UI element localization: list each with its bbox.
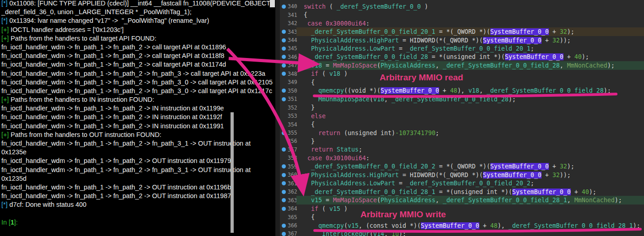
breakpoint-cell[interactable] [280, 207, 288, 211]
console-scrollbar-thumb[interactable] [270, 0, 275, 7]
gutter[interactable]: 344 [275, 36, 296, 44]
code-line[interactable]: 355 return (unsigned int)-1073741790; [275, 129, 644, 137]
code-line[interactable]: 341 { [275, 10, 644, 19]
code-line[interactable]: 350 qmemcpy((void *)(SystemBuffer_0_0 + … [275, 87, 644, 95]
code-line[interactable]: 340 switch ( _deref_SystemBuffer_0_0 ) [275, 2, 644, 10]
breakpoint-cell[interactable] [280, 164, 288, 168]
gutter[interactable]: 358 [275, 154, 296, 162]
breakpoint-cell[interactable] [280, 232, 288, 236]
breakpoint-dot-icon[interactable] [282, 232, 286, 236]
gutter[interactable]: 360 [275, 171, 296, 179]
code-line[interactable]: 361 PhysicalAddress.LowPart = _deref_Sys… [275, 179, 644, 188]
gutter[interactable]: 363 [275, 196, 296, 204]
breakpoint-cell[interactable] [280, 47, 288, 51]
gutter[interactable]: 350 [275, 87, 296, 95]
code-line[interactable]: 358 case 0x30100ui64: [275, 154, 644, 162]
gutter[interactable]: 345 [275, 44, 296, 52]
breakpoint-cell[interactable] [280, 63, 288, 68]
gutter[interactable]: 352 [275, 103, 296, 111]
gutter[interactable]: 367 [275, 230, 296, 236]
breakpoint-cell[interactable] [280, 97, 288, 101]
breakpoint-dot-icon[interactable] [282, 131, 286, 135]
code-line[interactable]: 347 v18 = MmMapIoSpace(PhysicalAddress, … [275, 61, 644, 69]
code-line[interactable]: 365 { [275, 213, 644, 221]
gutter[interactable]: 365 [275, 213, 296, 221]
gutter[interactable]: 349 [275, 78, 296, 86]
code-token: _deref_SystemBuffer_0_0_field_28 [443, 62, 560, 69]
gutter[interactable]: 347 [275, 61, 296, 69]
code-line[interactable]: 363 v15 = MmMapIoSpace(PhysicalAddress, … [275, 196, 644, 204]
breakpoint-cell[interactable] [280, 38, 288, 42]
breakpoint-cell[interactable] [280, 173, 288, 177]
code-line[interactable]: 364 if ( v15 ) [275, 205, 644, 213]
gutter[interactable]: 353 [275, 112, 296, 120]
gutter[interactable]: 340 [275, 2, 296, 10]
breakpoint-cell[interactable] [280, 72, 288, 76]
code-line[interactable]: 344 PhysicalAddress.HighPart = HIDWORD(*… [275, 36, 644, 44]
gutter[interactable]: 357 [275, 146, 296, 154]
code-line[interactable]: 351 MmUnmapIoSpace(v18, _deref_SystemBuf… [275, 95, 644, 103]
code-line[interactable]: 353 else [275, 112, 644, 120]
gutter[interactable]: 361 [275, 179, 296, 188]
breakpoint-dot-icon[interactable] [282, 224, 286, 228]
gutter[interactable]: 364 [275, 205, 296, 213]
gutter[interactable]: 343 [275, 27, 296, 36]
breakpoint-dot-icon[interactable] [282, 72, 286, 76]
breakpoint-dot-icon[interactable] [282, 89, 286, 93]
breakpoint-cell[interactable] [280, 89, 288, 93]
breakpoint-cell[interactable] [280, 131, 288, 135]
code-line[interactable]: 362 _deref_SystemBuffer_0_0_field_28_1 =… [275, 188, 644, 196]
gutter[interactable]: 348 [275, 70, 296, 78]
gutter[interactable]: 351 [275, 95, 296, 103]
breakpoint-dot-icon[interactable] [282, 190, 286, 194]
breakpoint-cell[interactable] [280, 5, 288, 9]
breakpoint-cell[interactable] [280, 198, 288, 202]
decompiler-pane[interactable]: 340 switch ( _deref_SystemBuffer_0_0 )34… [275, 0, 644, 236]
gutter[interactable]: 362 [275, 188, 296, 196]
code-line[interactable]: 345 PhysicalAddress.LowPart = _deref_Sys… [275, 44, 644, 52]
console-scrollbar[interactable] [231, 112, 234, 233]
code-line[interactable]: 349 { [275, 78, 644, 86]
gutter[interactable]: 342 [275, 19, 296, 27]
code-line[interactable]: 354 { [275, 120, 644, 128]
gutter[interactable]: 355 [275, 129, 296, 137]
gutter[interactable]: 354 [275, 120, 296, 128]
breakpoint-dot-icon[interactable] [282, 207, 286, 211]
breakpoint-cell[interactable] [280, 30, 288, 34]
breakpoint-dot-icon[interactable] [282, 198, 286, 202]
breakpoint-cell[interactable] [280, 224, 288, 228]
gutter[interactable]: 341 [275, 10, 296, 19]
breakpoint-cell[interactable] [280, 147, 288, 152]
breakpoint-cell[interactable] [280, 181, 288, 185]
breakpoint-dot-icon[interactable] [282, 63, 286, 68]
code-line[interactable]: 359 _deref_SystemBuffer_0_0_field_20_2 =… [275, 163, 644, 171]
code-line[interactable]: 360 PhysicalAddress.HighPart = HIDWORD(*… [275, 171, 644, 179]
breakpoint-dot-icon[interactable] [282, 147, 286, 152]
breakpoint-cell[interactable] [280, 190, 288, 194]
code-line[interactable]: 357 return Status; [275, 146, 644, 154]
code-line[interactable]: 348 if ( v18 ) [275, 70, 644, 78]
breakpoint-dot-icon[interactable] [282, 47, 286, 51]
breakpoint-dot-icon[interactable] [282, 181, 286, 185]
breakpoint-dot-icon[interactable] [282, 5, 286, 9]
gutter[interactable]: 366 [275, 221, 296, 230]
code-line[interactable]: 343 _deref_SystemBuffer_0_0_field_20_1 =… [275, 27, 644, 36]
breakpoint-dot-icon[interactable] [282, 38, 286, 42]
breakpoint-dot-icon[interactable] [282, 173, 286, 177]
code-line[interactable]: 346 _deref_SystemBuffer_0_0_field_28 = *… [275, 53, 644, 61]
console-prompt[interactable]: In [1]: [1, 218, 258, 227]
breakpoint-dot-icon[interactable] [282, 30, 286, 34]
breakpoint-cell[interactable] [280, 55, 288, 59]
code-line[interactable]: 352 } [275, 103, 644, 111]
gutter[interactable]: 356 [275, 137, 296, 145]
breakpoint-dot-icon[interactable] [282, 164, 286, 168]
gutter[interactable]: 346 [275, 53, 296, 61]
code-line[interactable]: 366 qmemcpy(v15, (const void *)(SystemBu… [275, 221, 644, 230]
code-line[interactable]: 367 _InterlockedOr(v14, 1u); [275, 230, 644, 236]
console-pane[interactable]: [*] 0x11008: [FUNC TYPE APPLIED (cdecl)]… [0, 0, 275, 236]
gutter[interactable]: 359 [275, 163, 296, 171]
code-line[interactable]: 356 } [275, 137, 644, 145]
breakpoint-dot-icon[interactable] [282, 97, 286, 101]
code-line[interactable]: 342 case 0x30000ui64: [275, 19, 644, 27]
breakpoint-dot-icon[interactable] [282, 55, 286, 59]
